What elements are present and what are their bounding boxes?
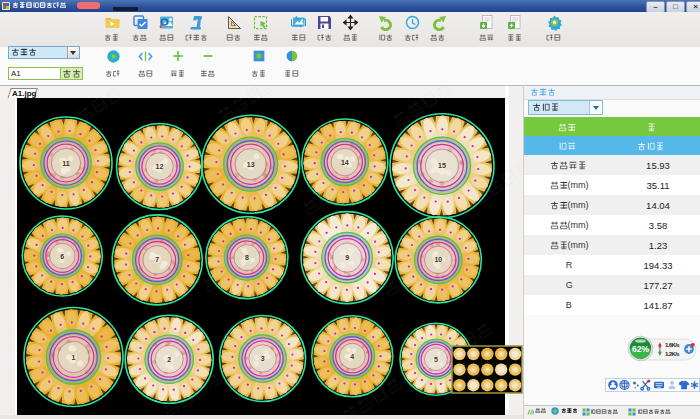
svg-text:2: 2 [167, 356, 171, 363]
svg-text:7: 7 [155, 256, 159, 263]
svg-text:11: 11 [62, 160, 70, 167]
svg-text:1: 1 [72, 354, 76, 361]
svg-text:3: 3 [261, 355, 265, 362]
svg-text:9: 9 [345, 254, 349, 261]
svg-text:10: 10 [434, 256, 442, 263]
svg-text:15: 15 [438, 162, 446, 169]
svg-text:13: 13 [247, 161, 255, 168]
svg-text:12: 12 [156, 163, 164, 170]
svg-text:62%: 62% [632, 344, 649, 354]
svg-text:1.2K/s: 1.2K/s [665, 351, 680, 357]
svg-text:6: 6 [60, 253, 64, 260]
svg-text:1.6K/s: 1.6K/s [665, 342, 680, 348]
svg-text:14: 14 [341, 159, 349, 166]
svg-text:4: 4 [350, 353, 354, 360]
